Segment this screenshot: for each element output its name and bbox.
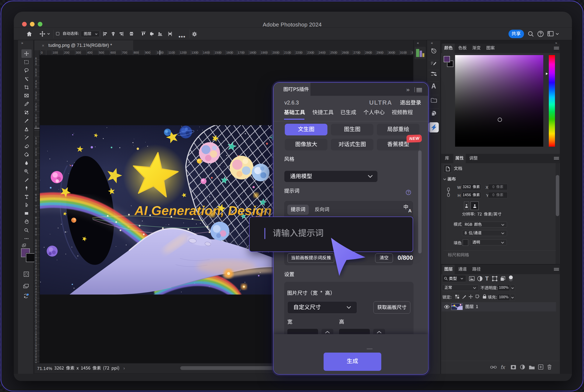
- svg-text:AI Generation, Design: AI Generation, Design: [134, 203, 272, 218]
